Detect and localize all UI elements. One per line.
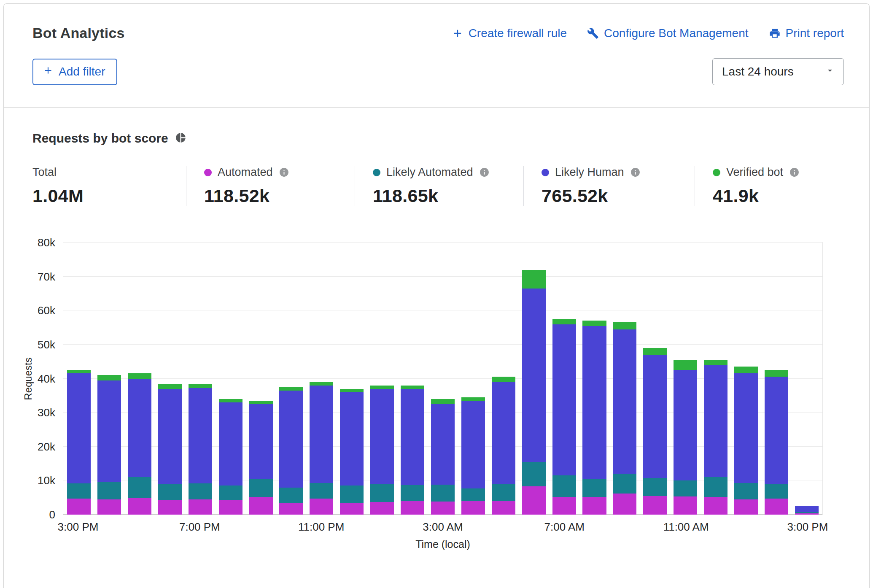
bar[interactable] [613,243,636,515]
create-firewall-rule-link[interactable]: Create firewall rule [452,27,567,40]
bar-segment-verified-bot[interactable] [340,389,364,392]
bar-segment-likely-human[interactable] [158,389,182,484]
bar-segment-automated[interactable] [219,500,242,515]
bar-segment-likely-automated[interactable] [219,486,242,500]
bar-segment-likely-human[interactable] [340,392,364,486]
info-icon[interactable] [479,167,490,178]
bar-segment-automated[interactable] [431,502,455,515]
bar-segment-likely-human[interactable] [522,289,546,462]
bar-segment-likely-automated[interactable] [704,477,728,497]
info-icon[interactable] [789,167,800,178]
bar-segment-likely-human[interactable] [128,379,151,477]
bar-segment-verified-bot[interactable] [189,384,212,388]
bar[interactable] [279,243,303,515]
bar-segment-likely-automated[interactable] [310,483,333,499]
bar-segment-verified-bot[interactable] [582,321,606,326]
bar-segment-likely-human[interactable] [461,401,485,488]
add-filter-button[interactable]: Add filter [32,59,117,85]
bar-segment-automated[interactable] [492,501,515,515]
bar-segment-verified-bot[interactable] [674,360,697,370]
bar-segment-likely-human[interactable] [370,389,394,484]
bar-segment-likely-human[interactable] [97,380,121,483]
bar-segment-automated[interactable] [643,496,667,515]
bar-segment-likely-automated[interactable] [461,488,485,501]
bar-segment-likely-human[interactable] [401,389,424,485]
bar-segment-likely-automated[interactable] [401,485,424,501]
bar-segment-likely-human[interactable] [795,506,819,512]
bar-segment-likely-human[interactable] [704,365,728,477]
bar-segment-likely-automated[interactable] [613,474,636,494]
bar-segment-verified-bot[interactable] [461,397,485,401]
bar[interactable] [765,243,788,515]
bar[interactable] [340,243,364,515]
bar-segment-verified-bot[interactable] [765,370,788,377]
bar-segment-automated[interactable] [310,499,333,515]
bar[interactable] [370,243,394,515]
bar-segment-likely-automated[interactable] [370,484,394,502]
bar[interactable] [431,243,455,515]
bar-segment-automated[interactable] [249,497,272,515]
bar-segment-likely-automated[interactable] [582,479,606,497]
bar-segment-automated[interactable] [340,503,364,515]
bar-segment-verified-bot[interactable] [704,360,728,365]
bar-segment-automated[interactable] [461,501,485,515]
bar[interactable] [492,243,515,515]
bar-segment-automated[interactable] [189,499,212,515]
bar[interactable] [734,243,758,515]
bar[interactable] [522,243,546,515]
bar-segment-automated[interactable] [704,497,728,515]
bar-segment-likely-automated[interactable] [67,483,91,499]
bar-segment-automated[interactable] [128,498,151,515]
bar[interactable] [461,243,485,515]
bar[interactable] [249,243,272,515]
bar-segment-verified-bot[interactable] [522,270,546,289]
bar-segment-verified-bot[interactable] [128,373,151,378]
bar-segment-likely-automated[interactable] [279,488,303,503]
bar-segment-likely-human[interactable] [582,326,606,479]
bar-segment-verified-bot[interactable] [431,399,455,404]
bar-segment-verified-bot[interactable] [401,386,424,389]
configure-bot-management-link[interactable]: Configure Bot Management [587,27,748,40]
bar-segment-likely-automated[interactable] [249,479,272,497]
bar-segment-verified-bot[interactable] [67,370,91,373]
bar-segment-verified-bot[interactable] [370,386,394,389]
bar-segment-likely-automated[interactable] [765,484,788,499]
bar-segment-automated[interactable] [97,499,121,515]
bar[interactable] [128,243,151,515]
bar-segment-likely-human[interactable] [219,402,242,486]
bar-segment-verified-bot[interactable] [310,382,333,386]
bar-segment-likely-human[interactable] [431,404,455,485]
info-icon[interactable] [279,167,289,178]
bar-segment-automated[interactable] [552,497,576,515]
bar-segment-likely-human[interactable] [279,391,303,488]
bar[interactable] [552,243,576,515]
bar[interactable] [643,243,667,515]
bar-segment-verified-bot[interactable] [219,399,242,402]
bar-segment-likely-human[interactable] [249,404,272,479]
bar-segment-likely-human[interactable] [189,388,212,483]
bar-segment-automated[interactable] [67,499,91,515]
bar-segment-likely-automated[interactable] [492,484,515,501]
bar-segment-verified-bot[interactable] [158,384,182,389]
bar-segment-verified-bot[interactable] [97,375,121,380]
bar[interactable] [219,243,242,515]
bar-segment-automated[interactable] [765,499,788,515]
bar[interactable] [582,243,606,515]
bar-segment-automated[interactable] [582,497,606,515]
bar-segment-verified-bot[interactable] [552,319,576,324]
bar-segment-likely-automated[interactable] [128,477,151,497]
bar-segment-verified-bot[interactable] [279,387,303,391]
bar-segment-likely-human[interactable] [734,373,758,483]
bar[interactable] [189,243,212,515]
bar-segment-automated[interactable] [522,486,546,515]
bar-segment-automated[interactable] [370,502,394,515]
bar-segment-likely-human[interactable] [643,355,667,478]
bar-segment-verified-bot[interactable] [643,348,667,355]
bar[interactable] [310,243,333,515]
bar[interactable] [97,243,121,515]
bar[interactable] [401,243,424,515]
bar-segment-likely-automated[interactable] [552,475,576,497]
bar-segment-likely-automated[interactable] [734,483,758,499]
bar-segment-likely-human[interactable] [613,329,636,474]
bar-segment-automated[interactable] [279,503,303,515]
